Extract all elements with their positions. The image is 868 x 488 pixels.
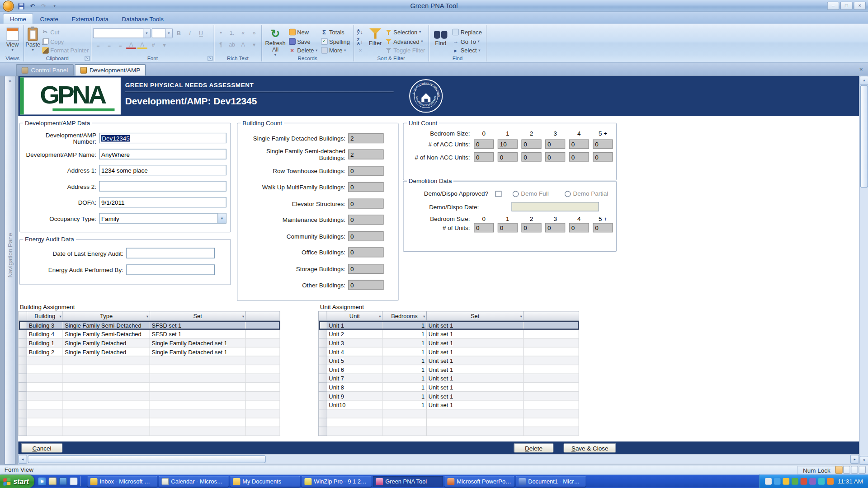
select-all-cell[interactable]: [319, 311, 327, 321]
building-count-input-7[interactable]: 0: [348, 247, 383, 257]
tab-control-panel[interactable]: Control Panel: [16, 64, 74, 76]
empty-row[interactable]: [19, 365, 280, 374]
row-selector[interactable]: [19, 383, 27, 392]
tray-icon-1[interactable]: [765, 478, 772, 485]
cell-building[interactable]: Building 3: [27, 321, 63, 330]
empty-row[interactable]: [19, 409, 280, 418]
cell-set[interactable]: [150, 356, 245, 365]
cell-building[interactable]: [27, 418, 63, 427]
cell-building[interactable]: [27, 409, 63, 418]
empty-row[interactable]: [19, 400, 280, 409]
cell-type[interactable]: Single Family Detached: [63, 338, 150, 347]
building-count-input-9[interactable]: 0: [348, 280, 383, 290]
cell-bedrooms[interactable]: 1: [382, 391, 427, 400]
cell-set[interactable]: Single Family Detached set 1: [150, 338, 245, 347]
paste-button[interactable]: Paste ▾: [25, 26, 40, 55]
chevron-down-icon[interactable]: ▾: [242, 314, 244, 319]
spelling-button[interactable]: ✓Spelling: [319, 37, 351, 46]
row-selector[interactable]: [319, 356, 327, 365]
cell-unit[interactable]: [327, 427, 382, 436]
cell-set[interactable]: SFSD set 1: [150, 329, 245, 338]
font-name-combobox[interactable]: ▾: [93, 28, 151, 38]
table-row[interactable]: Unit 41Unit set 1: [319, 347, 579, 356]
chevron-down-icon[interactable]: ▾: [520, 314, 522, 319]
cell-set[interactable]: [150, 383, 245, 392]
table-row[interactable]: Unit 71Unit set 1: [319, 374, 579, 383]
highlight-color-button[interactable]: A: [137, 41, 147, 49]
chevron-down-icon[interactable]: ▾: [143, 29, 150, 38]
table-row[interactable]: Building 1Single Family DetachedSingle F…: [19, 338, 280, 347]
clear-sorts-button[interactable]: ×: [355, 46, 367, 55]
horizontal-scrollbar[interactable]: ◂ ▸: [18, 455, 859, 464]
cell-bedrooms[interactable]: 1: [382, 374, 427, 383]
acc-units-box-4[interactable]: 0: [569, 140, 589, 149]
acc-units-box-1[interactable]: 10: [498, 140, 518, 149]
security-icon[interactable]: [801, 478, 807, 485]
empty-row[interactable]: [19, 374, 280, 383]
row-selector[interactable]: [319, 347, 327, 356]
column-header-set[interactable]: Set▾: [426, 311, 523, 321]
close-button[interactable]: ×: [854, 2, 866, 10]
row-selector[interactable]: [19, 329, 27, 338]
cell-type[interactable]: Single Family Semi-Detached: [63, 329, 150, 338]
cancel-button[interactable]: Cancel: [21, 443, 63, 453]
cell-set[interactable]: [426, 418, 523, 427]
row-selector[interactable]: [319, 409, 327, 418]
cell-building[interactable]: [27, 400, 63, 409]
antivirus-icon[interactable]: [792, 478, 798, 485]
demo-dispo-approved-checkbox[interactable]: [495, 191, 501, 197]
maximize-button[interactable]: □: [840, 2, 853, 10]
acc-units-box-2[interactable]: 0: [521, 140, 541, 149]
volume-icon[interactable]: [827, 478, 834, 485]
filter-button[interactable]: Filter: [367, 26, 383, 55]
cell-unit[interactable]: Unit 2: [327, 329, 382, 338]
empty-row[interactable]: [19, 418, 280, 427]
cell-bedrooms[interactable]: 1: [382, 400, 427, 409]
save-record-button[interactable]: Save: [287, 37, 319, 46]
empty-row[interactable]: [319, 409, 579, 418]
cell-bedrooms[interactable]: 1: [382, 329, 427, 338]
cell-unit[interactable]: Unit10: [327, 400, 382, 409]
dialog-launcher-icon[interactable]: ↘: [208, 56, 212, 61]
messenger-icon[interactable]: [818, 478, 825, 485]
cell-set[interactable]: Unit set 1: [426, 356, 523, 365]
totals-button[interactable]: ΣTotals: [319, 28, 351, 36]
table-row[interactable]: Building 2Single Family DetachedSingle F…: [19, 347, 280, 356]
row-selector[interactable]: [19, 427, 27, 436]
text-direction-button[interactable]: ab: [227, 40, 237, 49]
address-2-input[interactable]: [99, 181, 226, 191]
cell-set[interactable]: [150, 400, 245, 409]
cell-building[interactable]: [27, 374, 63, 383]
cell-unit[interactable]: Unit 8: [327, 383, 382, 392]
cell-type[interactable]: [63, 383, 150, 392]
development-amp-name-input[interactable]: AnyWhere: [99, 149, 226, 159]
sort-descending-button[interactable]: ZA↓: [355, 37, 367, 46]
cell-type[interactable]: [63, 365, 150, 374]
energy-audit-performed-by-input[interactable]: [126, 264, 215, 275]
row-selector[interactable]: [19, 365, 27, 374]
row-selector[interactable]: [319, 321, 327, 330]
cell-set[interactable]: [150, 418, 245, 427]
taskbar-item-2[interactable]: Calendar - Microsoft ...: [159, 476, 228, 487]
demo-partial-radio[interactable]: [565, 191, 571, 197]
demo-units-box-3[interactable]: 0: [545, 223, 565, 232]
datasheet-view-button[interactable]: [843, 466, 850, 474]
row-selector[interactable]: [19, 409, 27, 418]
refresh-all-button[interactable]: ↻ Refresh All ▾: [264, 26, 287, 55]
advanced-filter-button[interactable]: Advanced▾: [383, 37, 427, 46]
chevron-down-icon[interactable]: ▾: [146, 314, 148, 319]
cell-bedrooms[interactable]: [382, 418, 427, 427]
row-selector[interactable]: [19, 391, 27, 400]
building-count-input-1[interactable]: 2: [348, 150, 383, 160]
navigation-pane-collapsed[interactable]: « Navigation Pane: [5, 76, 15, 465]
acc-units-box-3[interactable]: 0: [545, 140, 565, 149]
building-count-input-5[interactable]: 0: [348, 215, 383, 225]
rich-text-format-button[interactable]: A: [238, 40, 248, 49]
cell-unit[interactable]: Unit 7: [327, 374, 382, 383]
scroll-down-icon[interactable]: ▾: [860, 456, 868, 465]
show-desktop-icon[interactable]: [59, 478, 67, 485]
network-icon[interactable]: [774, 478, 781, 485]
cell-set[interactable]: Unit set 1: [426, 329, 523, 338]
cell-type[interactable]: [63, 418, 150, 427]
cell-bedrooms[interactable]: 1: [382, 347, 427, 356]
